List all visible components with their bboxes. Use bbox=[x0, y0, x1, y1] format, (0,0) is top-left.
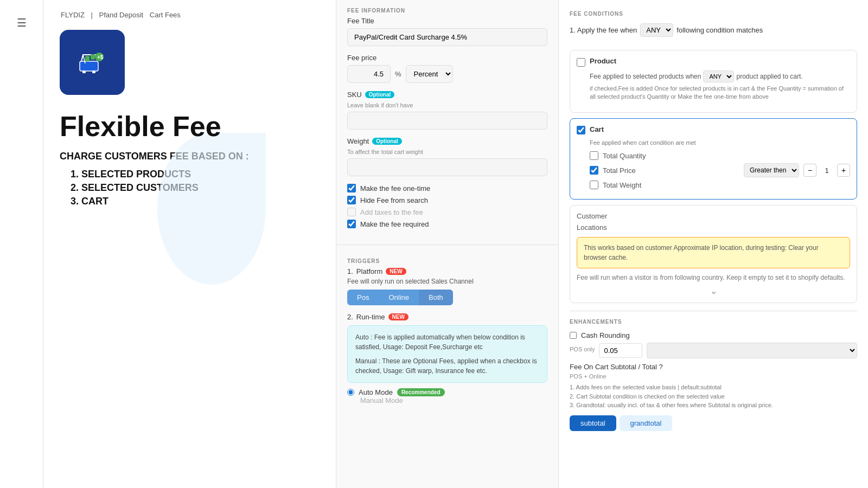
cash-rounding-checkbox[interactable] bbox=[570, 332, 577, 339]
cash-rounding-hint: POS only bbox=[570, 346, 595, 352]
total-price-checkbox[interactable] bbox=[590, 166, 598, 175]
fee-on-cart-point-2: 2. Cart Subtotal condition is checked on… bbox=[570, 392, 857, 401]
fee-title-label: Fee Title bbox=[347, 17, 547, 25]
cash-rounding-row: Cash Rounding bbox=[570, 331, 857, 339]
right-panel: FEE CONDITIONS 1. Apply the fee when ANY… bbox=[559, 0, 868, 488]
make-required-checkbox[interactable] bbox=[347, 220, 356, 228]
pos-button[interactable]: Pos bbox=[347, 290, 379, 305]
weight-hint: To affect the total cart weight bbox=[347, 149, 547, 155]
breadcrumb: FLYDIZ | Pfand Deposit Cart Fees bbox=[60, 11, 320, 19]
sku-hint: Leave blank if don't have bbox=[347, 102, 547, 108]
fee-title-section: Fee Title bbox=[336, 17, 558, 54]
make-required-row: Make the fee required bbox=[347, 220, 547, 228]
cart-row: Cart bbox=[577, 125, 850, 136]
total-weight-row: Total Weight bbox=[577, 181, 850, 189]
fee-on-cart-block: Fee On Cart Subtotal / Total ? POS + Onl… bbox=[570, 363, 857, 431]
product-any-select[interactable]: ANY ALL bbox=[703, 70, 734, 82]
cash-rounding-select[interactable] bbox=[647, 343, 857, 358]
fee-conditions-title: FEE CONDITIONS bbox=[570, 11, 857, 17]
triggers-section-label: TRIGGERS bbox=[336, 251, 558, 267]
total-quantity-label: Total Quantity bbox=[603, 152, 850, 160]
runtime-new-badge: NEW bbox=[388, 313, 409, 320]
total-quantity-checkbox[interactable] bbox=[590, 151, 598, 160]
breadcrumb-brand[interactable]: FLYDIZ bbox=[61, 11, 85, 19]
product-hint: if checked,Fee is added Once for selecte… bbox=[590, 85, 850, 101]
hide-fee-checkbox[interactable] bbox=[347, 196, 356, 204]
fee-price-label: Fee price bbox=[347, 54, 547, 62]
fee-on-cart-point-3: 3. Grandtotal: usually incl. of tax & ot… bbox=[570, 401, 857, 410]
product-row: Product bbox=[577, 57, 850, 67]
stepper-minus-button[interactable]: − bbox=[803, 164, 816, 177]
platform-hint: Fee will only run on selected Sales Chan… bbox=[347, 278, 547, 285]
fee-price-type-select[interactable]: Percent Fixed bbox=[406, 65, 453, 83]
hero-list-item: 3. CART bbox=[71, 196, 320, 207]
subtotal-button[interactable]: subtotal bbox=[570, 415, 616, 431]
both-button[interactable]: Both bbox=[419, 290, 453, 305]
apply-fee-text: 1. Apply the fee when ANY ALL following … bbox=[570, 23, 857, 37]
middle-panel: FEE INFORMATION Fee Title Fee price % Pe… bbox=[336, 0, 559, 488]
runtime-trigger: 2. Run-time NEW Auto : Fee is applied au… bbox=[347, 313, 547, 404]
add-taxes-label: Add taxes to the fee bbox=[360, 208, 423, 216]
chevron-down-icon[interactable]: ⌄ bbox=[577, 286, 850, 296]
customer-locations-section: Customer Locations This works based on c… bbox=[570, 205, 857, 303]
auto-mode-radio[interactable] bbox=[347, 389, 354, 396]
enhancements-section: ENHANCEMENTS Cash Rounding POS only Fee … bbox=[570, 311, 857, 431]
fee-price-input[interactable] bbox=[347, 65, 391, 83]
platform-trigger: 1. Platform NEW Fee will only run on sel… bbox=[347, 267, 547, 305]
cart-checkbox[interactable] bbox=[577, 126, 585, 134]
menu-icon[interactable]: ☰ bbox=[11, 11, 32, 35]
grandtotal-button[interactable]: grandtotal bbox=[620, 415, 673, 431]
stepper-plus-button[interactable]: + bbox=[837, 164, 850, 177]
svg-rect-4 bbox=[91, 54, 95, 60]
total-price-condition-select[interactable]: Greater then Less then Equal to bbox=[744, 163, 799, 177]
fee-on-cart-title: Fee On Cart Subtotal / Total ? bbox=[570, 363, 857, 371]
hide-fee-row: Hide Fee from search bbox=[347, 196, 547, 204]
manual-text: Manual : These are Optional Fees, applie… bbox=[355, 356, 539, 376]
subtotal-grandtotal-row: subtotal grandtotal bbox=[570, 415, 857, 431]
yellow-warning-box: This works based on customer Approximate… bbox=[577, 237, 850, 268]
fee-on-cart-pos-hint: POS + Online bbox=[570, 373, 857, 380]
online-button[interactable]: Online bbox=[379, 290, 419, 305]
breadcrumb-cart-fees[interactable]: Cart Fees bbox=[150, 11, 181, 19]
make-required-label: Make the fee required bbox=[360, 220, 429, 228]
cash-rounding-input-row: POS only bbox=[570, 343, 857, 358]
product-checkbox[interactable] bbox=[577, 58, 585, 67]
make-one-time-checkbox[interactable] bbox=[347, 184, 356, 192]
breadcrumb-pfand[interactable]: Pfand Deposit bbox=[99, 11, 143, 19]
hide-fee-label: Hide Fee from search bbox=[360, 196, 428, 204]
any-select[interactable]: ANY ALL bbox=[640, 23, 673, 37]
add-taxes-row: Add taxes to the fee bbox=[347, 208, 547, 216]
country-hint: Fee will run when a visitor is from foll… bbox=[577, 274, 850, 281]
weight-input[interactable] bbox=[347, 158, 547, 176]
apply-fee-block: 1. Apply the fee when ANY ALL following … bbox=[570, 23, 857, 42]
hero-list-item: 1. SELECTED PRODUCTS bbox=[71, 169, 320, 180]
make-one-time-row: Make the fee one-time bbox=[347, 184, 547, 192]
customer-row: Customer bbox=[577, 212, 850, 220]
platform-new-badge: NEW bbox=[386, 268, 406, 275]
triggers-section: 1. Platform NEW Fee will only run on sel… bbox=[336, 267, 558, 420]
sidebar: ☰ bbox=[0, 0, 43, 488]
product-title: Product bbox=[590, 57, 616, 65]
hero-title: Flexible Fee bbox=[60, 111, 320, 142]
total-weight-checkbox[interactable] bbox=[590, 181, 598, 189]
platform-title: 1. Platform NEW bbox=[347, 267, 547, 275]
weight-label: Weight Optional bbox=[347, 137, 547, 145]
breadcrumb-sep: | bbox=[91, 11, 92, 19]
cart-title: Cart bbox=[590, 125, 604, 133]
enhancements-title: ENHANCEMENTS bbox=[570, 319, 857, 325]
add-taxes-checkbox[interactable] bbox=[347, 208, 356, 216]
cash-rounding-label: Cash Rounding bbox=[581, 331, 630, 339]
sku-input[interactable] bbox=[347, 112, 547, 130]
product-section: Product Fee applied to selected products… bbox=[570, 50, 857, 113]
runtime-box: Auto : Fee is applied automatically when… bbox=[347, 325, 547, 383]
fee-info-section-label: FEE INFORMATION bbox=[336, 0, 558, 17]
svg-rect-3 bbox=[85, 56, 90, 61]
locations-label: Locations bbox=[577, 223, 850, 232]
locations-row: Locations bbox=[577, 223, 850, 232]
runtime-title: 2. Run-time NEW bbox=[347, 313, 547, 321]
cart-hint: Fee applied when cart condition are met bbox=[577, 139, 850, 147]
auto-mode-label: Auto Mode bbox=[359, 388, 393, 396]
fee-title-input[interactable] bbox=[347, 28, 547, 46]
cash-rounding-value[interactable] bbox=[599, 343, 642, 358]
total-price-row: Total Price Greater then Less then Equal… bbox=[577, 163, 850, 177]
